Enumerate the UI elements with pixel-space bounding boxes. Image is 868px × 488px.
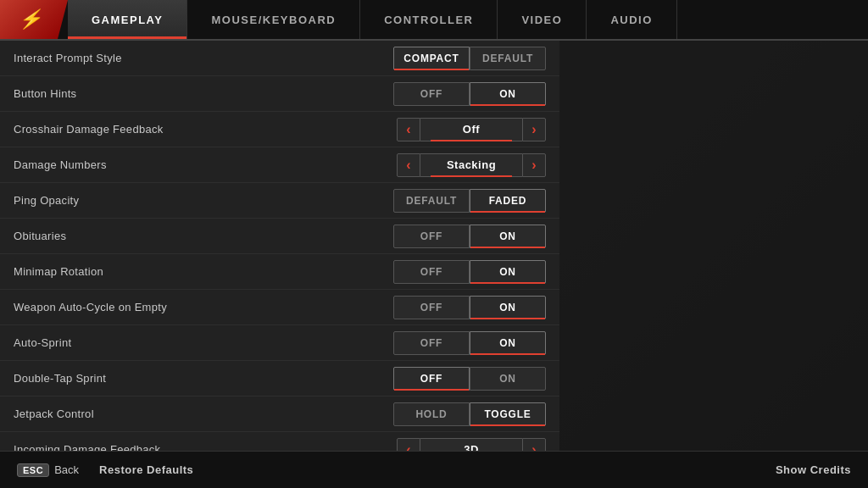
setting-controls-obituaries: Off On [393,225,546,248]
esc-back-control[interactable]: ESC Back [17,463,79,477]
toggle-faded-ping[interactable]: Faded [470,189,546,213]
nav-tabs: GAMEPLAY MOUSE/KEYBOARD CONTROLLER VIDEO… [68,0,868,39]
setting-label-incoming-damage-feedback: Incoming Damage Feedback [14,443,397,451]
setting-label-interact-prompt-style: Interact Prompt Style [14,52,393,64]
setting-row-weapon-auto-cycle: Weapon Auto-Cycle on Empty Off On [0,290,559,325]
toggle-off-auto-sprint[interactable]: Off [393,331,470,355]
right-panel [559,41,868,451]
top-navigation: ⚡ GAMEPLAY MOUSE/KEYBOARD CONTROLLER VID… [0,0,868,41]
toggle-hold-jetpack[interactable]: Hold [393,402,470,426]
setting-controls-interact-prompt-style: Compact Default [393,47,546,70]
toggle-toggle-jetpack[interactable]: Toggle [470,402,546,426]
tab-gameplay[interactable]: GAMEPLAY [68,0,187,39]
setting-controls-weapon-auto-cycle: Off On [393,296,546,319]
toggle-off-minimap[interactable]: Off [393,260,470,284]
bottom-left-controls: ESC Back Restore Defaults [17,463,193,477]
toggle-on-obituaries[interactable]: On [470,225,546,248]
setting-label-jetpack-control: Jetpack Control [14,408,393,420]
setting-controls-button-hints: Off On [393,82,546,106]
setting-row-damage-numbers: Damage Numbers ‹ Stacking › [0,147,559,183]
toggle-compact[interactable]: Compact [393,47,470,70]
toggle-on-minimap[interactable]: On [470,260,546,284]
setting-row-button-hints: Button Hints Off On [0,76,559,112]
arrow-right-incoming-damage[interactable]: › [522,438,546,452]
toggle-off-weapon[interactable]: Off [393,296,470,319]
setting-controls-double-tap-sprint: Off On [393,367,546,391]
show-credits-button[interactable]: Show Credits [776,463,851,476]
arrow-value-crosshair: Off [420,118,522,141]
setting-row-minimap-rotation: Minimap Rotation Off On [0,254,559,290]
setting-row-interact-prompt-style: Interact Prompt Style Compact Default [0,41,559,76]
toggle-on-auto-sprint[interactable]: On [470,331,546,355]
toggle-default[interactable]: Default [470,47,546,70]
setting-label-double-tap-sprint: Double-Tap Sprint [14,372,393,385]
toggle-off-double-tap[interactable]: Off [393,367,470,391]
arrow-right-crosshair[interactable]: › [522,118,546,141]
arrow-right-damage-numbers[interactable]: › [522,153,546,177]
setting-row-auto-sprint: Auto-Sprint Off On [0,325,559,361]
setting-row-jetpack-control: Jetpack Control Hold Toggle [0,396,559,432]
tab-controller[interactable]: CONTROLLER [360,0,498,39]
setting-controls-minimap-rotation: Off On [393,260,546,284]
setting-label-damage-numbers: Damage Numbers [14,158,397,171]
setting-controls-auto-sprint: Off On [393,331,546,355]
setting-row-ping-opacity: Ping Opacity Default Faded [0,183,559,219]
esc-key-badge: ESC [17,463,49,477]
setting-controls-damage-numbers: ‹ Stacking › [397,153,546,177]
setting-row-obituaries: Obituaries Off On [0,219,559,254]
setting-label-button-hints: Button Hints [14,87,393,100]
main-content: Interact Prompt Style Compact Default Bu… [0,41,868,451]
toggle-on-button-hints[interactable]: On [470,82,546,106]
back-label: Back [54,463,79,476]
setting-controls-ping-opacity: Default Faded [393,189,546,213]
tab-audio[interactable]: AUDIO [587,0,676,39]
arrow-left-crosshair[interactable]: ‹ [397,118,420,141]
setting-label-ping-opacity: Ping Opacity [14,194,393,207]
setting-row-double-tap-sprint: Double-Tap Sprint Off On [0,361,559,396]
settings-panel: Interact Prompt Style Compact Default Bu… [0,41,559,451]
toggle-off-button-hints[interactable]: Off [393,82,470,106]
setting-row-crosshair-damage-feedback: Crosshair Damage Feedback ‹ Off › [0,112,559,147]
setting-label-minimap-rotation: Minimap Rotation [14,265,393,278]
setting-controls-jetpack-control: Hold Toggle [393,402,546,426]
toggle-default-ping[interactable]: Default [393,189,470,213]
setting-label-obituaries: Obituaries [14,230,393,242]
restore-defaults-button[interactable]: Restore Defaults [99,463,193,476]
tab-mouse-keyboard[interactable]: MOUSE/KEYBOARD [187,0,360,39]
setting-controls-incoming-damage-feedback: ‹ 3D › [397,438,546,452]
arrow-value-incoming-damage: 3D [420,438,522,452]
tab-video[interactable]: VIDEO [498,0,587,39]
setting-label-crosshair-damage-feedback: Crosshair Damage Feedback [14,123,397,136]
setting-row-incoming-damage-feedback: Incoming Damage Feedback ‹ 3D › [0,432,559,451]
arrow-left-damage-numbers[interactable]: ‹ [397,153,420,177]
toggle-off-obituaries[interactable]: Off [393,225,470,248]
toggle-on-double-tap[interactable]: On [470,367,546,391]
apex-logo: ⚡ [19,8,42,30]
setting-label-weapon-auto-cycle: Weapon Auto-Cycle on Empty [14,301,393,313]
arrow-value-damage-numbers: Stacking [420,153,522,177]
arrow-left-incoming-damage[interactable]: ‹ [397,438,420,452]
bottom-bar: ESC Back Restore Defaults Show Credits [0,451,868,488]
toggle-on-weapon[interactable]: On [470,296,546,319]
setting-controls-crosshair-damage-feedback: ‹ Off › [397,118,546,141]
setting-label-auto-sprint: Auto-Sprint [14,336,393,349]
logo-area: ⚡ [0,0,68,39]
